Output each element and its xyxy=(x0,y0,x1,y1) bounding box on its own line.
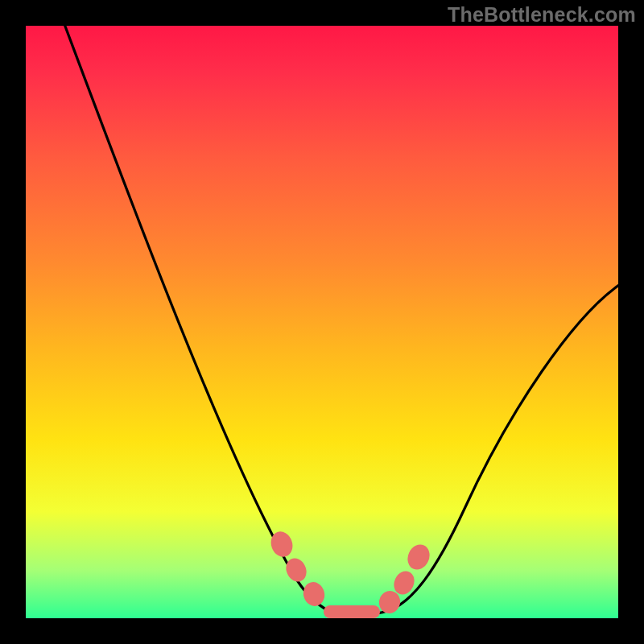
svg-point-2 xyxy=(301,580,328,609)
curve-layer xyxy=(26,26,618,618)
chart-frame: TheBottleneck.com xyxy=(0,0,644,644)
svg-rect-3 xyxy=(324,605,380,618)
svg-point-1 xyxy=(283,555,310,584)
watermark-text: TheBottleneck.com xyxy=(448,3,636,27)
svg-point-6 xyxy=(403,541,433,573)
marker-group xyxy=(267,529,433,618)
bottleneck-curve xyxy=(62,26,618,615)
plot-area xyxy=(26,26,618,618)
